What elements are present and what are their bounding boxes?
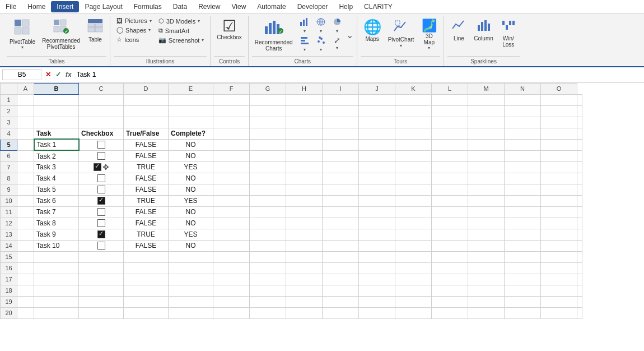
empty-cell-9-9[interactable] [577, 184, 582, 195]
empty-cell-11-3[interactable] [359, 206, 395, 218]
empty-cell-10-1[interactable] [286, 195, 323, 206]
row-header-4[interactable]: 4 [1, 128, 17, 139]
empty-cell-15-12[interactable] [505, 251, 541, 262]
empty-cell-11-0[interactable] [250, 206, 286, 218]
header-cell-c4[interactable]: Checkbox [79, 128, 124, 139]
empty-cell-3-3[interactable] [169, 117, 213, 128]
empty-cell-9-0[interactable] [250, 184, 286, 195]
checkbox-cell-11[interactable] [79, 206, 124, 218]
empty-cell-3-5[interactable] [250, 117, 286, 128]
empty-cell-14-3[interactable] [359, 240, 395, 251]
cell-a16[interactable] [17, 262, 34, 274]
empty-cell-18-2[interactable] [124, 285, 169, 296]
row-header-6[interactable]: 6 [1, 150, 17, 161]
row-header-9[interactable]: 9 [1, 184, 17, 195]
empty-cell-15-14[interactable] [577, 251, 582, 262]
empty-cell-11-9[interactable] [577, 206, 582, 218]
menu-help[interactable]: Help [333, 1, 358, 12]
empty-cell-8-6[interactable] [468, 173, 505, 184]
cell-a5[interactable] [17, 139, 34, 150]
empty-cell-17-4[interactable] [213, 274, 250, 285]
trueFalse-cell-9[interactable]: FALSE [124, 184, 169, 195]
complete-cell-5[interactable]: NO [169, 139, 213, 150]
empty-cell-11-5[interactable] [432, 206, 468, 218]
more-charts-button[interactable]: ⤢ ▾ [329, 35, 345, 53]
trueFalse-cell-11[interactable]: FALSE [124, 206, 169, 218]
empty-cell-7-9[interactable] [577, 161, 582, 173]
trueFalse-cell-10[interactable]: TRUE [124, 195, 169, 206]
empty-cell-12-3[interactable] [359, 218, 395, 229]
cell-f12[interactable] [213, 218, 250, 229]
col-header-g[interactable]: G [250, 83, 286, 94]
empty-cell-7-7[interactable] [505, 161, 541, 173]
col-header-i[interactable]: I [323, 83, 359, 94]
scatter-chart-button[interactable]: ▾ [313, 35, 329, 53]
empty-cell-13-3[interactable] [359, 229, 395, 240]
empty-cell-18-1[interactable] [79, 285, 124, 296]
col-header-b[interactable]: B [34, 83, 79, 94]
cell-f11[interactable] [213, 206, 250, 218]
win-loss-sparkline-button[interactable]: Win/Loss [497, 16, 520, 49]
map-chart-button[interactable]: ▾ [313, 16, 329, 35]
empty-cell-12-5[interactable] [432, 218, 468, 229]
empty-cell-14-9[interactable] [577, 240, 582, 251]
empty-cell-9-1[interactable] [286, 184, 323, 195]
empty-cell-20-0[interactable] [34, 307, 79, 318]
checkbox-5[interactable] [97, 141, 105, 149]
empty-cell-2-5[interactable] [250, 105, 286, 117]
row-header-20[interactable]: 20 [1, 307, 17, 318]
row-header-3[interactable]: 3 [1, 117, 17, 128]
empty-cell-12-9[interactable] [577, 218, 582, 229]
empty-cell-1-2[interactable] [124, 94, 169, 105]
empty-cell-8-4[interactable] [395, 173, 432, 184]
empty-cell-15-13[interactable] [541, 251, 577, 262]
empty-cell-13-6[interactable] [468, 229, 505, 240]
empty-cell-11-1[interactable] [286, 206, 323, 218]
complete-cell-13[interactable]: YES [169, 229, 213, 240]
empty-cell-12-4[interactable] [395, 218, 432, 229]
task-name-cell-13[interactable]: Task 9 [34, 229, 79, 240]
empty-cell-8-5[interactable] [432, 173, 468, 184]
empty-cell-8-8[interactable] [541, 173, 577, 184]
empty-cell-19-0[interactable] [34, 296, 79, 307]
col-header-d[interactable]: D [124, 83, 169, 94]
empty-cell-1-3[interactable] [169, 94, 213, 105]
formula-function-icon[interactable]: fx [64, 71, 73, 78]
empty-cell-4-2[interactable] [286, 128, 323, 139]
empty-cell-15-4[interactable] [213, 251, 250, 262]
row-header-12[interactable]: 12 [1, 218, 17, 229]
empty-cell-15-6[interactable] [286, 251, 323, 262]
cell-a3[interactable] [17, 117, 34, 128]
cell-a7[interactable] [17, 161, 34, 173]
checkbox-cell-6[interactable] [79, 150, 124, 161]
complete-cell-14[interactable]: NO [169, 240, 213, 251]
empty-cell-2-0[interactable] [34, 105, 79, 117]
empty-cell-14-2[interactable] [323, 240, 359, 251]
empty-cell-1-11[interactable] [468, 94, 505, 105]
checkbox-cell-7[interactable]: ✥ [79, 161, 124, 173]
empty-cell-1-12[interactable] [505, 94, 541, 105]
empty-cell-1-10[interactable] [432, 94, 468, 105]
empty-cell-2-8[interactable] [359, 105, 395, 117]
cell-a13[interactable] [17, 229, 34, 240]
checkbox-6[interactable] [97, 152, 105, 160]
empty-cell-4-5[interactable] [395, 128, 432, 139]
empty-cell-6-3[interactable] [359, 150, 395, 161]
empty-cell-17-2[interactable] [124, 274, 169, 285]
empty-cell-19-4[interactable] [213, 296, 250, 307]
menu-formulas[interactable]: Formulas [128, 1, 167, 12]
empty-cell-10-7[interactable] [505, 195, 541, 206]
menu-developer[interactable]: Developer [292, 1, 334, 12]
empty-cell-9-3[interactable] [359, 184, 395, 195]
cell-a8[interactable] [17, 173, 34, 184]
empty-cell-9-8[interactable] [541, 184, 577, 195]
empty-cell-15-2[interactable] [124, 251, 169, 262]
empty-cell-16-14[interactable] [577, 262, 582, 274]
pictures-button[interactable]: 🖼 Pictures ▾ [114, 16, 155, 25]
empty-cell-7-6[interactable] [468, 161, 505, 173]
complete-cell-6[interactable]: NO [169, 150, 213, 161]
row-header-15[interactable]: 15 [1, 251, 17, 262]
empty-cell-11-4[interactable] [395, 206, 432, 218]
empty-cell-1-9[interactable] [395, 94, 432, 105]
empty-cell-16-2[interactable] [124, 262, 169, 274]
